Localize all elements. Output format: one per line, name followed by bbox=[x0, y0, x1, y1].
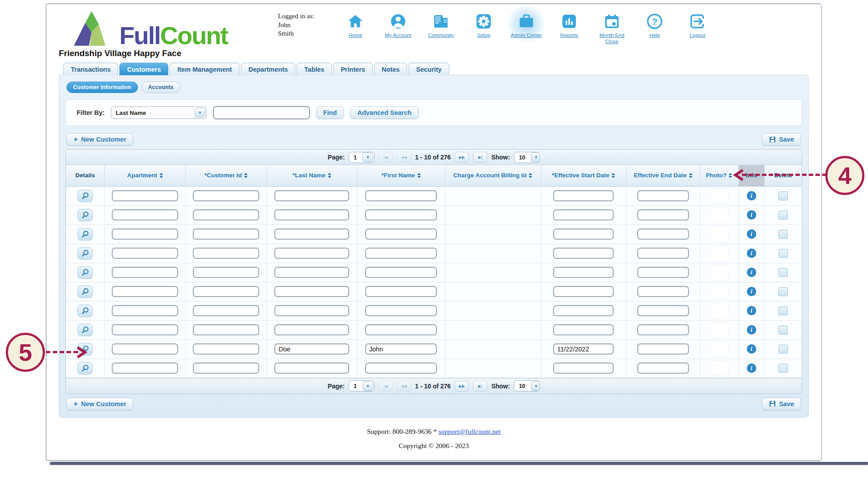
effective-start-date-input[interactable] bbox=[553, 209, 614, 220]
effective-start-date-input[interactable] bbox=[553, 228, 614, 240]
details-search-button[interactable] bbox=[77, 266, 93, 279]
delete-checkbox[interactable] bbox=[778, 306, 788, 315]
subtab-customer-information[interactable]: Customer Information bbox=[66, 82, 138, 93]
details-search-button[interactable] bbox=[77, 324, 93, 336]
nav-my-account[interactable]: My Account bbox=[377, 12, 420, 45]
column-header-effective-start-date[interactable]: *Effective Start Date bbox=[541, 165, 626, 186]
last-name-input[interactable] bbox=[274, 305, 349, 316]
effective-start-date-input[interactable] bbox=[553, 248, 614, 259]
last-page-button[interactable]: ▶| bbox=[473, 381, 487, 391]
last-name-input[interactable] bbox=[274, 228, 349, 240]
effective-end-date-input[interactable] bbox=[637, 363, 689, 374]
column-header-last-name[interactable]: *Last Name bbox=[267, 165, 358, 186]
delete-checkbox[interactable] bbox=[778, 211, 788, 220]
effective-end-date-input[interactable] bbox=[637, 190, 689, 201]
info-icon[interactable]: i bbox=[747, 210, 756, 220]
advanced-search-button[interactable]: Advanced Search bbox=[350, 106, 419, 119]
first-name-input[interactable] bbox=[365, 324, 437, 335]
effective-end-date-input[interactable] bbox=[637, 267, 689, 278]
effective-end-date-input[interactable] bbox=[637, 248, 689, 259]
tab-security[interactable]: Security bbox=[408, 63, 449, 75]
nav-month-end-close[interactable]: Month End Close bbox=[591, 12, 633, 45]
nav-admin-center[interactable]: Admin Center bbox=[505, 12, 548, 45]
effective-end-date-input[interactable] bbox=[637, 228, 689, 240]
info-icon[interactable]: i bbox=[747, 344, 756, 354]
apartment-input[interactable] bbox=[112, 363, 178, 374]
show-select[interactable]: 10▼ bbox=[514, 380, 540, 391]
save-button-top[interactable]: Save bbox=[762, 133, 801, 146]
info-icon[interactable]: i bbox=[747, 287, 756, 296]
nav-home[interactable]: Home bbox=[334, 12, 377, 45]
save-button-bottom[interactable]: Save bbox=[762, 398, 801, 410]
page-select[interactable]: 1▼ bbox=[349, 152, 375, 163]
details-search-button[interactable] bbox=[77, 228, 93, 241]
first-page-button[interactable]: |◀ bbox=[379, 381, 393, 391]
customer-id-input[interactable] bbox=[193, 267, 259, 278]
details-search-button[interactable] bbox=[77, 285, 93, 298]
next-page-button[interactable]: ▶▶ bbox=[455, 152, 469, 163]
tab-item-management[interactable]: Item Management bbox=[170, 63, 239, 75]
last-name-input[interactable] bbox=[274, 324, 349, 335]
effective-end-date-input[interactable] bbox=[637, 343, 689, 355]
sort-arrows-icon[interactable] bbox=[529, 173, 532, 178]
new-customer-button-bottom[interactable]: + New Customer bbox=[66, 398, 133, 410]
customer-id-input[interactable] bbox=[193, 248, 259, 259]
tab-transactions[interactable]: Transactions bbox=[63, 63, 118, 75]
info-icon[interactable]: i bbox=[747, 325, 756, 334]
sort-arrows-icon[interactable] bbox=[689, 173, 693, 178]
details-search-button[interactable] bbox=[77, 362, 93, 375]
last-name-input[interactable] bbox=[274, 363, 349, 374]
first-name-input[interactable] bbox=[365, 286, 437, 297]
last-page-button[interactable]: ▶| bbox=[473, 152, 487, 163]
support-email-link[interactable]: support@fullcount.net bbox=[439, 428, 501, 435]
nav-community[interactable]: Community bbox=[420, 12, 462, 45]
tab-notes[interactable]: Notes bbox=[374, 63, 407, 75]
show-select[interactable]: 10▼ bbox=[514, 152, 540, 163]
effective-start-date-input[interactable] bbox=[553, 324, 614, 335]
apartment-input[interactable] bbox=[112, 248, 178, 259]
customer-id-input[interactable] bbox=[193, 324, 259, 335]
tab-tables[interactable]: Tables bbox=[297, 63, 332, 75]
column-header-customer-id[interactable]: *Customer Id bbox=[186, 165, 267, 186]
filter-search-input[interactable] bbox=[213, 106, 310, 119]
delete-checkbox[interactable] bbox=[778, 249, 788, 258]
effective-end-date-input[interactable] bbox=[637, 324, 689, 335]
details-search-button[interactable] bbox=[77, 247, 93, 260]
apartment-input[interactable] bbox=[112, 267, 178, 278]
apartment-input[interactable] bbox=[112, 343, 178, 355]
last-name-input[interactable] bbox=[274, 343, 349, 355]
effective-start-date-input[interactable] bbox=[553, 305, 614, 316]
info-icon[interactable]: i bbox=[747, 306, 756, 315]
info-icon[interactable]: i bbox=[747, 191, 756, 200]
customer-id-input[interactable] bbox=[193, 209, 259, 220]
apartment-input[interactable] bbox=[112, 324, 178, 335]
first-name-input[interactable] bbox=[365, 267, 437, 278]
effective-start-date-input[interactable] bbox=[553, 343, 614, 355]
customer-id-input[interactable] bbox=[193, 305, 259, 316]
details-search-button[interactable] bbox=[77, 305, 93, 317]
last-name-input[interactable] bbox=[274, 209, 349, 220]
delete-checkbox[interactable] bbox=[778, 230, 788, 239]
customer-id-input[interactable] bbox=[193, 363, 259, 374]
column-header-first-name[interactable]: *First Name bbox=[357, 165, 445, 186]
info-icon[interactable]: i bbox=[747, 268, 756, 277]
previous-page-button[interactable]: ◀◀ bbox=[397, 381, 411, 391]
column-header-effective-end-date[interactable]: Effective End Date bbox=[626, 165, 700, 186]
last-name-input[interactable] bbox=[274, 190, 349, 201]
info-icon[interactable]: i bbox=[747, 363, 756, 373]
new-customer-button-top[interactable]: + New Customer bbox=[66, 133, 133, 146]
last-name-input[interactable] bbox=[274, 267, 349, 278]
nav-setup[interactable]: Setup bbox=[462, 12, 505, 45]
effective-start-date-input[interactable] bbox=[553, 267, 614, 278]
next-page-button[interactable]: ▶▶ bbox=[455, 381, 469, 391]
delete-checkbox[interactable] bbox=[778, 326, 788, 334]
customer-id-input[interactable] bbox=[193, 286, 259, 297]
first-page-button[interactable]: |◀ bbox=[379, 152, 393, 163]
sort-arrows-icon[interactable] bbox=[328, 173, 331, 178]
filter-by-select[interactable]: Last Name ▼ bbox=[111, 106, 207, 119]
previous-page-button[interactable]: ◀◀ bbox=[397, 152, 411, 163]
effective-start-date-input[interactable] bbox=[553, 363, 614, 374]
details-search-button[interactable] bbox=[77, 190, 93, 202]
effective-end-date-input[interactable] bbox=[637, 209, 689, 220]
sort-arrows-icon[interactable] bbox=[159, 173, 163, 178]
